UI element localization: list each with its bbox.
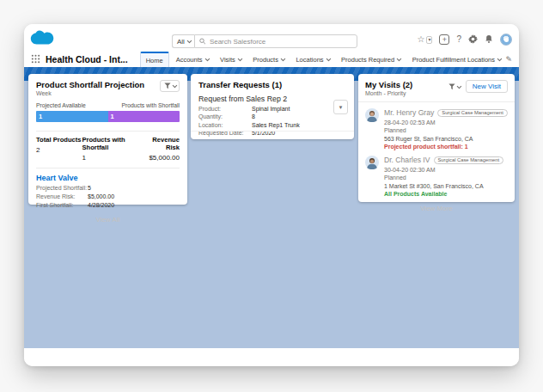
field-value: 4/28/2020 [88,202,114,208]
chevron-down-icon[interactable] [238,57,242,61]
search-box [194,34,357,48]
app-navigation: Health Cloud - Int... Home Accounts Visi… [24,52,519,67]
shortfall-stats: Total Products 2 Products with Shortfall… [36,131,180,162]
tab-accounts[interactable]: Accounts [171,52,213,67]
tab-label: Products Required [341,56,394,64]
chevron-down-icon [457,83,461,88]
card-title: Product Shortfall Projection [36,80,144,89]
product-detail-section: Heart Valve Projected Shortfall: 5 Reven… [36,168,180,208]
chevron-down-icon[interactable] [397,57,401,61]
user-avatar[interactable] [500,34,512,46]
field-row: Quantity: 8 [198,113,346,119]
request-title: Request from Sales Rep 2 [198,95,346,103]
tab-home[interactable]: Home [140,52,169,67]
edit-nav-pencil-icon[interactable]: ✎ [505,55,512,64]
card-subtitle: Month - Priority [365,90,412,96]
tab-label: Accounts [176,56,203,64]
favorites-control[interactable]: ☆ ▾ [417,34,432,46]
stat-label: Revenue Risk [143,136,180,151]
visit-datetime: 30-04-20 02:30 AM [384,167,508,173]
card-title: My Visits (2) [365,80,412,89]
field-label: Location: [198,122,252,128]
visit-address: 1 Market St #300, San Francisco, CA [384,183,508,189]
search-scope-label: All [177,38,185,46]
filter-control[interactable] [448,83,461,90]
visit-contact-name[interactable]: Mr. Henry Gray [384,108,434,117]
field-label: Product: [198,106,252,112]
chevron-down-icon[interactable] [205,57,210,61]
visit-item[interactable]: Dr. Charles IV Surgical Case Management … [365,156,508,197]
app-launcher-icon[interactable] [31,52,40,67]
product-link-heart-valve[interactable]: Heart Valve [36,174,180,182]
filter-button[interactable] [160,80,180,92]
visit-item[interactable]: Mr. Henry Gray Surgical Case Management … [365,108,508,150]
visit-status: Planned [384,127,508,133]
field-row: Location: Sales Rep1 Trunk [198,122,346,128]
setup-gear-icon[interactable] [468,32,478,47]
bar-segment-shortfall[interactable]: 1 [108,111,180,122]
window-footer [24,348,519,366]
field-label: Projected Shortfall: [36,185,88,191]
divider [358,101,515,102]
notifications-bell-icon[interactable] [485,32,493,47]
card-subtitle: Week [36,90,144,96]
visit-address: 563 Ruger St, San Francisco, CA [384,136,508,142]
field-row: Product: Spinal Implant [198,106,346,112]
legend-projected-available: Projected Available [36,102,86,108]
visit-type-badge: Surgical Case Management [437,109,508,117]
visit-type-badge: Surgical Case Management [434,156,504,164]
global-actions-icon[interactable]: + [439,34,449,45]
search-input[interactable] [210,38,352,46]
stat-value: 2 [36,146,82,154]
visit-status: Planned [384,175,508,181]
legend-products-with-shortfall: Products with Shortfall [121,102,180,108]
chevron-down-icon[interactable] [497,57,502,61]
bar-legend: Projected Available Products with Shortf… [36,102,180,108]
field-value: Spinal Implant [252,106,290,112]
chevron-down-icon [187,39,192,43]
favorites-star-icon[interactable]: ☆ [417,34,424,46]
visit-contact-name[interactable]: Dr. Charles IV [384,156,430,164]
field-value: 8 [252,113,255,119]
app-name: Health Cloud - Int... [46,54,128,64]
tab-label: Locations [296,56,323,64]
stat-label: Total Products [36,136,82,144]
product-shortfall-projection-card: Product Shortfall Projection Week Projec… [28,74,187,205]
visit-datetime: 28-04-20 02:53 AM [384,119,508,126]
tab-label: Visits [220,56,235,64]
tab-product-fulfillment-locations[interactable]: Product Fulfillment Locations [407,52,506,67]
chevron-down-icon[interactable] [326,57,331,61]
nav-tabs: Home Accounts Visits Products Locations … [140,52,506,67]
help-icon[interactable]: ? [456,34,461,46]
view-all-link[interactable]: View All [36,216,180,224]
tab-label: Products [253,56,278,64]
chevron-down-icon[interactable] [281,57,285,61]
field-value: 5 [88,185,91,191]
card-actions: New Visit [448,80,508,93]
tab-locations[interactable]: Locations [290,52,334,67]
field-label: First Shortfall: [36,202,88,208]
new-visit-button[interactable]: New Visit [466,80,508,93]
search-icon [199,38,205,45]
search-scope-dropdown[interactable]: All [172,34,194,48]
tab-products[interactable]: Products [247,52,289,67]
filter-funnel-icon [448,83,455,90]
tab-visits[interactable]: Visits [215,52,246,67]
favorites-dropdown-icon[interactable]: ▾ [426,36,432,44]
field-value: Sales Rep1 Trunk [252,122,300,128]
app-window: All ☆ ▾ + ? [24,24,519,366]
tab-label: Product Fulfillment Locations [412,56,495,64]
shortfall-stacked-bar: 1 1 [36,111,180,122]
field-row: First Shortfall: 4/28/2020 [36,202,180,208]
view-more-link[interactable]: View More [365,205,508,212]
field-row: Projected Shortfall: 5 [36,185,180,191]
card-title: Transfer Requests (1) [198,80,346,89]
row-actions-dropdown[interactable]: ▾ [333,100,348,114]
bar-segment-available[interactable]: 1 [36,111,108,122]
home-page-content: Product Shortfall Projection Week Projec… [24,67,519,348]
chevron-down-icon [172,83,176,88]
contact-avatar [365,156,379,197]
stat-products-with-shortfall: Products with Shortfall 1 [82,136,143,162]
tab-products-required[interactable]: Products Required [336,52,406,67]
stat-value: $5,000.00 [143,154,180,162]
